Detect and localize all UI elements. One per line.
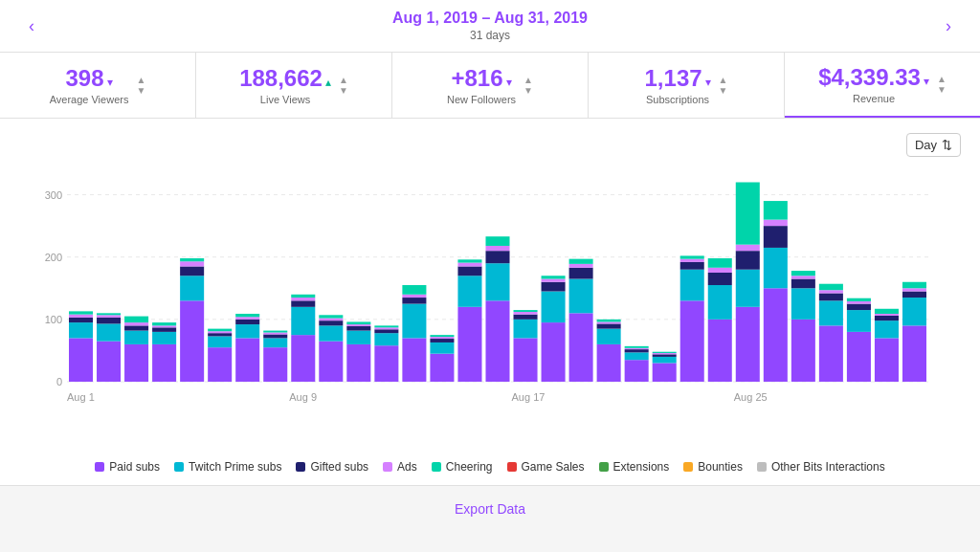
legend-item: Other Bits Interactions bbox=[757, 460, 885, 474]
trend-icon-revenue: ▾ bbox=[924, 75, 929, 88]
metric-controls-avg-viewers[interactable]: ▲▼ bbox=[136, 75, 145, 96]
legend-item: Game Sales bbox=[507, 460, 585, 474]
legend-item: Twitch Prime subs bbox=[174, 460, 281, 474]
legend-label: Twitch Prime subs bbox=[189, 460, 281, 474]
trend-icon-subscriptions: ▾ bbox=[705, 76, 711, 89]
metric-controls-live-views[interactable]: ▲▼ bbox=[339, 75, 348, 96]
date-nav: ‹ Aug 1, 2019 – Aug 31, 2019 31 days › bbox=[0, 0, 980, 53]
metric-controls-revenue[interactable]: ▲▼ bbox=[937, 74, 947, 95]
trend-icon-live-views: ▴ bbox=[325, 76, 331, 89]
legend-label: Bounties bbox=[698, 460, 743, 474]
metric-label-live-views: Live Views bbox=[239, 94, 331, 105]
metric-number-new-followers: +816 bbox=[452, 65, 503, 91]
legend-item: Ads bbox=[383, 460, 417, 474]
chart-legend: Paid subsTwitch Prime subsGifted subsAds… bbox=[0, 449, 980, 485]
date-range-title: Aug 1, 2019 – Aug 31, 2019 bbox=[392, 10, 588, 27]
day-selector[interactable]: Day ⇅ bbox=[906, 133, 961, 157]
chart-header: Day ⇅ bbox=[19, 133, 961, 157]
bar-chart bbox=[29, 166, 967, 406]
next-arrow[interactable]: › bbox=[931, 16, 966, 36]
legend-color bbox=[683, 462, 693, 472]
prev-arrow[interactable]: ‹ bbox=[14, 16, 49, 36]
metric-controls-new-followers[interactable]: ▲▼ bbox=[523, 75, 533, 96]
metric-label-subscriptions: Subscriptions bbox=[645, 94, 711, 105]
metric-number-revenue: $4,339.33 bbox=[818, 64, 921, 90]
metric-value-subscriptions: 1,137▾ bbox=[645, 65, 711, 92]
legend-label: Gifted subs bbox=[310, 460, 368, 474]
legend-item: Cheering bbox=[432, 460, 493, 474]
date-range-display: Aug 1, 2019 – Aug 31, 2019 31 days bbox=[392, 10, 588, 42]
metric-value-revenue: $4,339.33▾ bbox=[818, 64, 929, 91]
metric-number-live-views: 188,662 bbox=[239, 65, 323, 91]
legend-item: Paid subs bbox=[95, 460, 160, 474]
legend-label: Extensions bbox=[613, 460, 670, 474]
export-data-link[interactable]: Export Data bbox=[455, 501, 525, 517]
legend-label: Other Bits Interactions bbox=[771, 460, 885, 474]
metrics-bar: 398▾Average Viewers▲▼188,662▴Live Views▲… bbox=[0, 53, 980, 119]
metric-value-new-followers: +816▾ bbox=[447, 65, 516, 92]
legend-label: Paid subs bbox=[109, 460, 160, 474]
x-axis-labels bbox=[67, 415, 951, 434]
legend-label: Ads bbox=[397, 460, 417, 474]
legend-color bbox=[174, 462, 184, 472]
legend-color bbox=[383, 462, 392, 472]
metric-label-new-followers: New Followers bbox=[447, 94, 516, 105]
day-selector-arrow: ⇅ bbox=[942, 138, 952, 152]
metric-number-subscriptions: 1,137 bbox=[645, 65, 702, 91]
chart-container: Day ⇅ bbox=[0, 119, 980, 449]
legend-color bbox=[507, 462, 517, 472]
day-selector-label: Day bbox=[915, 138, 937, 152]
metric-avg-viewers: 398▾Average Viewers▲▼ bbox=[0, 53, 196, 118]
legend-color bbox=[599, 462, 609, 472]
trend-icon-new-followers: ▾ bbox=[506, 76, 512, 89]
legend-item: Extensions bbox=[599, 460, 670, 474]
metric-value-live-views: 188,662▴ bbox=[239, 65, 331, 92]
legend-item: Gifted subs bbox=[296, 460, 368, 474]
metric-new-followers: +816▾New Followers▲▼ bbox=[392, 53, 589, 118]
legend-color bbox=[757, 462, 767, 472]
metric-label-revenue: Revenue bbox=[818, 93, 929, 104]
metric-value-avg-viewers: 398▾ bbox=[50, 65, 129, 92]
metric-live-views: 188,662▴Live Views▲▼ bbox=[196, 53, 392, 118]
legend-label: Cheering bbox=[446, 460, 493, 474]
legend-color bbox=[95, 462, 104, 472]
metric-subscriptions: 1,137▾Subscriptions▲▼ bbox=[589, 53, 785, 118]
legend-label: Game Sales bbox=[522, 460, 585, 474]
legend-item: Bounties bbox=[683, 460, 743, 474]
legend-color bbox=[432, 462, 441, 472]
metric-controls-subscriptions[interactable]: ▲▼ bbox=[719, 75, 728, 96]
trend-icon-avg-viewers: ▾ bbox=[107, 76, 113, 89]
legend-color bbox=[296, 462, 305, 472]
metric-number-avg-viewers: 398 bbox=[66, 65, 104, 91]
chart-area bbox=[29, 166, 951, 434]
export-bar: Export Data bbox=[0, 485, 980, 532]
date-range-days: 31 days bbox=[392, 29, 588, 42]
metric-label-avg-viewers: Average Viewers bbox=[50, 94, 129, 105]
metric-revenue: $4,339.33▾Revenue▲▼ bbox=[785, 53, 980, 118]
